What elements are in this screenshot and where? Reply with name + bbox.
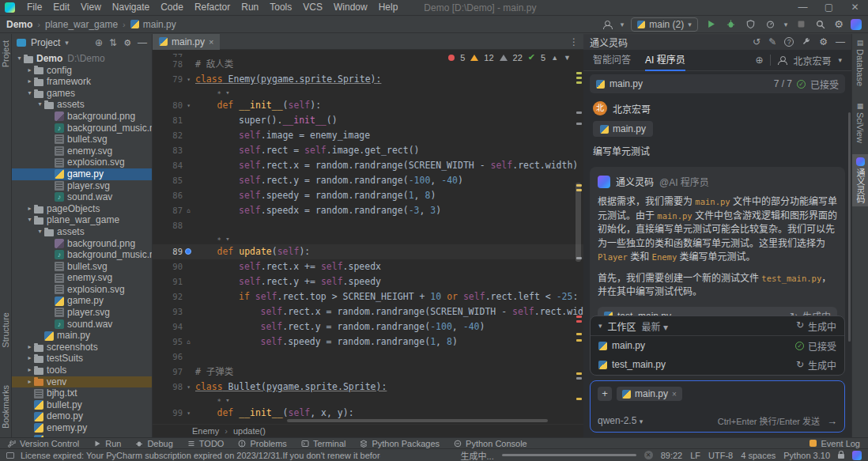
tree-item-enemy-py[interactable]: enemy.py: [12, 422, 152, 434]
stripe-mark[interactable]: [576, 111, 582, 114]
collapsed-arrow-icon[interactable]: ▸: [25, 65, 34, 77]
fold-arrow-icon[interactable]: ▾: [187, 72, 191, 87]
tongyi-inline-icon[interactable]: ∗ ▾: [191, 233, 230, 244]
tree-item-sound-wav[interactable]: ♪sound.wav: [12, 191, 152, 203]
code-line-88[interactable]: 88: [153, 218, 583, 233]
code-line-81[interactable]: 81super().__init__(): [153, 113, 583, 128]
workspace-file-test-main-py[interactable]: test_main.py↻生成中: [591, 355, 844, 374]
toolwindow-python-console[interactable]: Python Console: [454, 439, 527, 448]
run-button[interactable]: [705, 18, 718, 31]
tool-tab-bookmarks[interactable]: Bookmarks: [1, 385, 10, 429]
wrench-icon[interactable]: [802, 37, 811, 47]
code-line-90[interactable]: 90self.rect.x += self.speedx: [153, 259, 583, 274]
menu-refactor[interactable]: Refactor: [189, 0, 236, 15]
inspections-widget[interactable]: 5 12 22 ✔ 5 ▲ ▼: [448, 52, 571, 62]
editor-tab-main-py[interactable]: main.py ×: [153, 34, 220, 50]
tree-item-background-png[interactable]: background.png: [12, 111, 152, 123]
new-session-icon[interactable]: ⊕: [755, 55, 763, 66]
ai-codelens-row[interactable]: ∗ ▾: [153, 87, 583, 98]
tree-item-assets[interactable]: ▾assets: [12, 99, 152, 111]
line-number[interactable]: 99▾: [153, 406, 191, 421]
tree-item-testsuits[interactable]: ▸testSuits: [12, 353, 152, 365]
account-name[interactable]: 北京宏哥: [793, 54, 831, 67]
tree-item-explosion-svg[interactable]: explosion.svg: [12, 284, 152, 296]
line-number[interactable]: 86: [153, 188, 191, 203]
workspace-filter[interactable]: 最新 ▾: [642, 319, 668, 333]
user-account-icon[interactable]: [601, 18, 613, 31]
line-number[interactable]: 81: [153, 113, 191, 128]
collapsed-arrow-icon[interactable]: ▸: [25, 76, 34, 88]
breadcrumb-folder[interactable]: plane_war_game: [45, 19, 118, 30]
line-number[interactable]: 80▾: [153, 98, 191, 113]
python-interpreter[interactable]: Python 3.10: [783, 451, 830, 460]
tongyi-inline-icon[interactable]: ∗ ▾: [191, 395, 230, 406]
fold-arrow-icon[interactable]: ▾: [187, 406, 191, 421]
tree-item-plane-war-game[interactable]: ▾plane_war_game: [12, 214, 152, 226]
generated-file-row[interactable]: main.py 7 / 7 ✓ 已接受: [590, 74, 845, 93]
run-config-selector[interactable]: main (2) ▾: [631, 17, 698, 32]
cancel-progress-icon[interactable]: ✕: [644, 451, 653, 459]
fold-arrow-icon[interactable]: ▾: [187, 98, 191, 113]
menu-file[interactable]: File: [21, 0, 47, 15]
collapse-icon[interactable]: ▾: [598, 322, 602, 330]
menu-navigate[interactable]: Navigate: [107, 0, 155, 15]
line-number[interactable]: 98▾: [153, 380, 191, 395]
ai-codelens-row[interactable]: ∗ ▾: [153, 233, 583, 244]
send-icon[interactable]: →: [827, 415, 837, 427]
menu-help[interactable]: Help: [373, 0, 404, 15]
line-number[interactable]: 83: [153, 143, 191, 158]
code-line-87[interactable]: 87⌂self.speedx = random.randrange(-3, 3): [153, 203, 583, 218]
tab-ai-programmer[interactable]: AI 程序员: [645, 50, 685, 71]
tree-item-player-svg[interactable]: player.svg: [12, 307, 152, 319]
stripe-mark[interactable]: [576, 398, 582, 400]
code-line-82[interactable]: 82self.image = enemy_image: [153, 128, 583, 143]
horizontal-scrollbar[interactable]: [287, 419, 548, 422]
stripe-mark[interactable]: [576, 320, 582, 323]
tree-item-game-py[interactable]: game.py: [12, 295, 152, 307]
options-gear-icon[interactable]: ⚙: [123, 36, 131, 49]
line-number[interactable]: 88: [153, 218, 191, 233]
collapsed-arrow-icon[interactable]: ▸: [25, 353, 34, 365]
hide-assistant-icon[interactable]: —: [836, 36, 845, 47]
code-line-83[interactable]: 83self.rect = self.image.get_rect(): [153, 143, 583, 158]
tree-item-main-py[interactable]: main.py: [12, 330, 152, 342]
run-coverage-button[interactable]: [745, 18, 757, 31]
line-number[interactable]: 89: [153, 244, 191, 259]
menu-view[interactable]: View: [75, 0, 107, 15]
line-ending[interactable]: LF: [690, 451, 700, 460]
line-number[interactable]: 79▾: [153, 72, 191, 87]
chevron-down-icon[interactable]: ▾: [838, 56, 842, 64]
tree-item-screenshots[interactable]: ▸screenshots: [12, 342, 152, 353]
menu-code[interactable]: Code: [155, 0, 189, 15]
attached-file-chip[interactable]: main.py: [593, 121, 653, 137]
code-line-85[interactable]: 85self.rect.y = random.randrange(-100, -…: [153, 173, 583, 188]
hide-panel-icon[interactable]: —: [138, 37, 147, 48]
tool-tab-tongyi[interactable]: 通义灵码: [852, 154, 868, 206]
tree-item-assets[interactable]: ▾assets: [12, 226, 152, 238]
user-dropdown-caret[interactable]: ▾: [621, 21, 625, 28]
line-number[interactable]: 91: [153, 274, 191, 289]
code-line-84[interactable]: 84self.rect.x = random.randrange(SCREEN_…: [153, 158, 583, 173]
menu-edit[interactable]: Edit: [47, 0, 75, 15]
collapsed-arrow-icon[interactable]: ▸: [25, 342, 34, 353]
toolwindow-problems[interactable]: Problems: [238, 439, 286, 448]
line-number[interactable]: 97: [153, 365, 191, 380]
tree-item-bullet-py[interactable]: bullet.py: [12, 399, 152, 411]
code-line-80[interactable]: 80▾def __init__(self):: [153, 98, 583, 113]
indent-setting[interactable]: 4 spaces: [741, 451, 776, 460]
locate-file-icon[interactable]: ⊕: [95, 37, 103, 48]
code-line-94[interactable]: 94self.rect.y = random.randrange(-100, -…: [153, 319, 583, 334]
toolwindow-terminal[interactable]: Terminal: [301, 439, 346, 448]
toolwindow-version-control[interactable]: Version Control: [8, 439, 79, 448]
breadcrumb-project[interactable]: Demo: [6, 19, 32, 30]
tree-item-bullet-svg[interactable]: bullet.svg: [12, 134, 152, 145]
line-number[interactable]: 77: [153, 50, 191, 57]
model-selector[interactable]: qwen-2.5 ▾: [598, 415, 643, 426]
tree-item-demo-py[interactable]: demo.py: [12, 410, 152, 422]
tongyi-lingma-icon[interactable]: [852, 451, 862, 460]
tree-item-tools[interactable]: ▸tools: [12, 365, 152, 376]
tongyi-inline-icon[interactable]: ∗ ▾: [191, 87, 230, 98]
code-line-93[interactable]: 93self.rect.x = random.randrange(SCREEN_…: [153, 304, 583, 319]
stripe-mark[interactable]: [576, 377, 582, 380]
add-context-button[interactable]: +: [598, 387, 612, 401]
